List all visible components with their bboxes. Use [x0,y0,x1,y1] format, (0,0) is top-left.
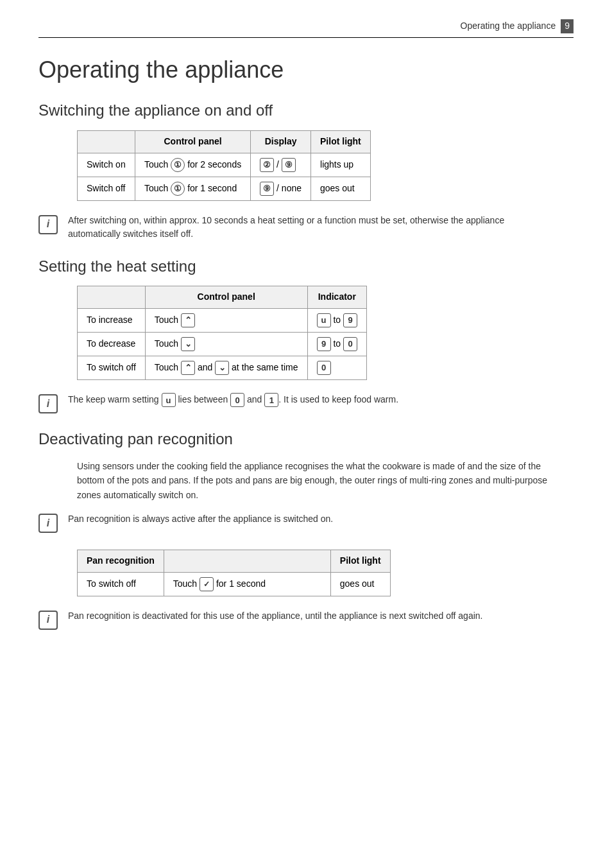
between-sym-2: 1 [264,393,278,407]
table-header-empty-2 [78,286,146,309]
action-cell: To decrease [78,332,146,356]
ind-sym-0: 0 [343,337,357,351]
switching-table: Control panel Display Pilot light Switch… [77,130,371,201]
indicator-cell: 9 to 0 [307,332,366,356]
table-header-control-1: Control panel [135,130,251,153]
table-header-pan: Pan recognition [78,550,164,572]
table-header-pilot-pan: Pilot light [330,550,390,572]
pilot-cell-pan: goes out [330,572,390,596]
info-icon-switching: i [38,215,58,234]
power-symbol-2: ① [171,182,185,196]
pan-table: Pan recognition Pilot light To switch of… [77,550,391,596]
table-header-empty-1 [78,130,135,153]
indicator-cell: 0 [307,356,366,379]
table-row: To switch off Touch ⌃ and ⌄ at the same … [78,356,367,379]
section-title-pan: Deactivating pan recognition [38,430,574,449]
control-cell: Touch ⌃ and ⌄ at the same time [145,356,307,379]
control-cell: Touch ① for 1 second [135,177,251,200]
section-title-switching: Switching the appliance on and off [38,101,574,120]
section-title-heat: Setting the heat setting [38,257,574,276]
info-text-pan2: Pan recognition is deactivated for this … [68,609,482,623]
warm-sym: u [162,393,176,407]
table-row: To increase Touch ⌃ u to 9 [78,308,367,332]
info-box-switching: i After switching on, within approx. 10 … [38,214,574,241]
display-cell: ⑨ / none [251,177,311,200]
table-header-empty-3 [164,550,330,572]
control-cell: Touch ⌄ [145,332,307,356]
control-cell: Touch ⌃ [145,308,307,332]
section-switching: Switching the appliance on and off Contr… [38,101,574,240]
power-symbol: ① [171,158,185,172]
display-sym-2: ⑨ [282,158,296,172]
control-cell: Touch ① for 2 seconds [135,153,251,177]
display-sym-3: ⑨ [260,182,274,196]
display-sym-1: ② [260,158,274,172]
table-header-indicator: Indicator [307,286,366,309]
info-text-switching: After switching on, within approx. 10 se… [68,214,543,241]
pan-off-sym: ✓ [200,577,214,591]
down-arrow-sym-2: ⌄ [215,361,229,375]
action-cell: To switch off [78,356,146,379]
control-cell: Touch ✓ for 1 second [164,572,330,596]
info-icon-pan1: i [38,514,58,533]
table-row: Switch off Touch ① for 1 second ⑨ / none… [78,177,371,200]
info-icon-heat: i [38,394,58,413]
pilot-cell: goes out [311,177,371,200]
indicator-cell: u to 9 [307,308,366,332]
section-pan: Deactivating pan recognition Using senso… [38,430,574,630]
page-header: Operating the appliance 9 [38,19,574,38]
info-text-heat: The keep warm setting u lies between 0 a… [68,393,398,407]
header-title: Operating the appliance [461,20,556,33]
table-row: Switch on Touch ① for 2 seconds ② / ⑨ li… [78,153,371,177]
table-row: To switch off Touch ✓ for 1 second goes … [78,572,391,596]
display-cell: ② / ⑨ [251,153,311,177]
pilot-cell: lights up [311,153,371,177]
info-text-pan1: Pan recognition is always active after t… [68,512,333,526]
table-header-pilot: Pilot light [311,130,371,153]
table-header-display: Display [251,130,311,153]
info-icon-pan2: i [38,611,58,630]
ind-sym-0b: 0 [317,361,331,375]
section-heat: Setting the heat setting Control panel I… [38,257,574,413]
table-row: To decrease Touch ⌄ 9 to 0 [78,332,367,356]
down-arrow-sym: ⌄ [181,337,195,351]
info-box-pan2: i Pan recognition is deactivated for thi… [38,609,574,630]
header-page-number: 9 [561,19,574,33]
action-cell: To increase [78,308,146,332]
ind-sym-u: u [317,313,331,327]
action-cell: Switch on [78,153,135,177]
ind-sym-9: 9 [343,313,357,327]
page-container: Operating the appliance 9 Operating the … [0,0,612,868]
up-arrow-sym-2: ⌃ [181,361,195,375]
action-cell: Switch off [78,177,135,200]
up-arrow-sym: ⌃ [181,313,195,327]
main-title: Operating the appliance [38,57,574,83]
ind-sym-9b: 9 [317,337,331,351]
info-box-heat: i The keep warm setting u lies between 0… [38,393,574,413]
pan-body-text: Using sensors under the cooking field th… [77,459,565,502]
table-header-control-2: Control panel [145,286,307,309]
between-sym-1: 0 [230,393,244,407]
action-cell: To switch off [78,572,164,596]
heat-table: Control panel Indicator To increase Touc… [77,286,367,380]
info-box-pan1: i Pan recognition is always active after… [38,512,574,533]
